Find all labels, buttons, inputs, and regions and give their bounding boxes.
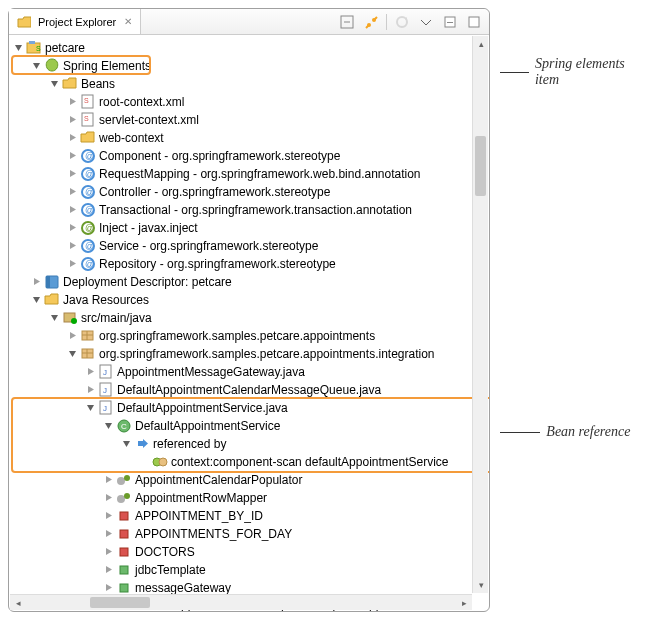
proj-icon [26, 40, 42, 56]
expand-toggle[interactable] [103, 582, 115, 594]
tree-node[interactable]: APPOINTMENT_BY_ID [13, 507, 489, 525]
tree-node[interactable]: petcare [13, 39, 489, 57]
at-icon [80, 148, 96, 164]
tree-node[interactable]: Controller - org.springframework.stereot… [13, 183, 489, 201]
expand-toggle[interactable] [49, 312, 61, 324]
expand-toggle[interactable] [103, 546, 115, 558]
tree-node[interactable]: Component - org.springframework.stereoty… [13, 147, 489, 165]
leaf-icon [44, 58, 60, 74]
view-menu-button[interactable] [417, 13, 435, 31]
view-tab[interactable]: Project Explorer ✕ [9, 9, 141, 34]
tree-label: web-context [99, 131, 164, 145]
expand-toggle[interactable] [67, 222, 79, 234]
sync-button[interactable] [393, 13, 411, 31]
expand-toggle[interactable] [67, 114, 79, 126]
expand-toggle[interactable] [67, 168, 79, 180]
tree-node[interactable]: DefaultAppointmentCalendarMessageQueue.j… [13, 381, 489, 399]
bean-i-icon [152, 454, 168, 470]
tree-node[interactable]: Beans [13, 75, 489, 93]
scroll-down-icon[interactable]: ▾ [474, 578, 488, 592]
expand-toggle[interactable] [67, 258, 79, 270]
scroll-thumb-h[interactable] [90, 597, 150, 608]
class-c-icon [116, 418, 132, 434]
tree-node[interactable]: Java Resources [13, 291, 489, 309]
tree-node[interactable]: Spring Elements [13, 57, 489, 75]
at-icon [80, 256, 96, 272]
tree-node[interactable]: referenced by [13, 435, 489, 453]
expand-toggle[interactable] [49, 78, 61, 90]
tree-node[interactable]: root-context.xml [13, 93, 489, 111]
tree-node[interactable]: APPOINTMENTS_FOR_DAY [13, 525, 489, 543]
expand-toggle[interactable] [31, 276, 43, 288]
close-icon[interactable]: ✕ [124, 16, 132, 27]
tree-viewport[interactable]: petcareSpring ElementsBeansroot-context.… [9, 35, 489, 611]
folder-y-icon [62, 76, 78, 92]
link-editor-button[interactable] [362, 13, 380, 31]
tree-node[interactable]: AppointmentCalendarPopulator [13, 471, 489, 489]
tree-label: Component - org.springframework.stereoty… [99, 149, 340, 163]
titlebar: Project Explorer ✕ [9, 9, 489, 35]
tree-node[interactable]: RequestMapping - org.springframework.web… [13, 165, 489, 183]
tree-node[interactable]: jdbcTemplate [13, 561, 489, 579]
scroll-thumb-v[interactable] [475, 136, 486, 196]
expand-toggle[interactable] [67, 240, 79, 252]
view-toolbar [338, 13, 489, 31]
tree-node[interactable]: DefaultAppointmentService [13, 417, 489, 435]
expand-toggle[interactable] [67, 150, 79, 162]
tree-node[interactable]: Transactional - org.springframework.tran… [13, 201, 489, 219]
fieldg-icon [116, 562, 132, 578]
tree-node[interactable]: web-context [13, 129, 489, 147]
expand-toggle[interactable] [67, 186, 79, 198]
tree-node[interactable]: servlet-context.xml [13, 111, 489, 129]
expand-toggle[interactable] [67, 132, 79, 144]
expand-toggle[interactable] [31, 294, 43, 306]
tree-label: servlet-context.xml [99, 113, 199, 127]
gearbean-icon [116, 472, 132, 488]
expand-toggle[interactable] [103, 564, 115, 576]
expand-toggle[interactable] [121, 438, 133, 450]
expand-toggle[interactable] [31, 60, 43, 72]
minimize-button[interactable] [441, 13, 459, 31]
tree-node[interactable]: Deployment Descriptor: petcare [13, 273, 489, 291]
jfile-icon [98, 382, 114, 398]
tree-node[interactable]: Inject - javax.inject [13, 219, 489, 237]
tree-node[interactable]: DOCTORS [13, 543, 489, 561]
tree-label: context:component-scan defaultAppointmen… [171, 455, 449, 469]
tree-node[interactable]: src/main/java [13, 309, 489, 327]
tree-label: DefaultAppointmentService.java [117, 401, 288, 415]
tree-node[interactable]: org.springframework.samples.petcare.appo… [13, 345, 489, 363]
scroll-up-icon[interactable]: ▴ [474, 37, 488, 51]
tree-node[interactable]: Repository - org.springframework.stereot… [13, 255, 489, 273]
tree-node[interactable]: AppointmentMessageGateway.java [13, 363, 489, 381]
expand-toggle[interactable] [67, 330, 79, 342]
expand-toggle[interactable] [103, 492, 115, 504]
tree-node[interactable]: org.springframework.samples.petcare.appo… [13, 327, 489, 345]
scroll-left-icon[interactable]: ◂ [11, 596, 25, 610]
tree-label: Repository - org.springframework.stereot… [99, 257, 336, 271]
expand-toggle[interactable] [85, 402, 97, 414]
expand-toggle[interactable] [13, 42, 25, 54]
expand-toggle[interactable] [103, 528, 115, 540]
arrow-r-icon [134, 436, 150, 452]
expand-toggle[interactable] [67, 348, 79, 360]
tree-node[interactable]: AppointmentRowMapper [13, 489, 489, 507]
tree-label: Transactional - org.springframework.tran… [99, 203, 412, 217]
expand-toggle[interactable] [103, 474, 115, 486]
collapse-all-button[interactable] [338, 13, 356, 31]
vertical-scrollbar[interactable]: ▴ ▾ [472, 36, 488, 593]
tree-node[interactable]: context:component-scan defaultAppointmen… [13, 453, 489, 471]
expand-toggle[interactable] [85, 366, 97, 378]
expand-toggle[interactable] [85, 384, 97, 396]
at-icon [80, 166, 96, 182]
horizontal-scrollbar[interactable]: ◂ ▸ [10, 594, 472, 610]
scroll-right-icon[interactable]: ▸ [457, 596, 471, 610]
expand-toggle[interactable] [67, 96, 79, 108]
expand-toggle[interactable] [103, 420, 115, 432]
maximize-button[interactable] [465, 13, 483, 31]
tree-node[interactable]: Service - org.springframework.stereotype [13, 237, 489, 255]
tree-label: Java Resources [63, 293, 149, 307]
field-icon [116, 544, 132, 560]
expand-toggle[interactable] [67, 204, 79, 216]
expand-toggle[interactable] [103, 510, 115, 522]
tree-node[interactable]: DefaultAppointmentService.java [13, 399, 489, 417]
